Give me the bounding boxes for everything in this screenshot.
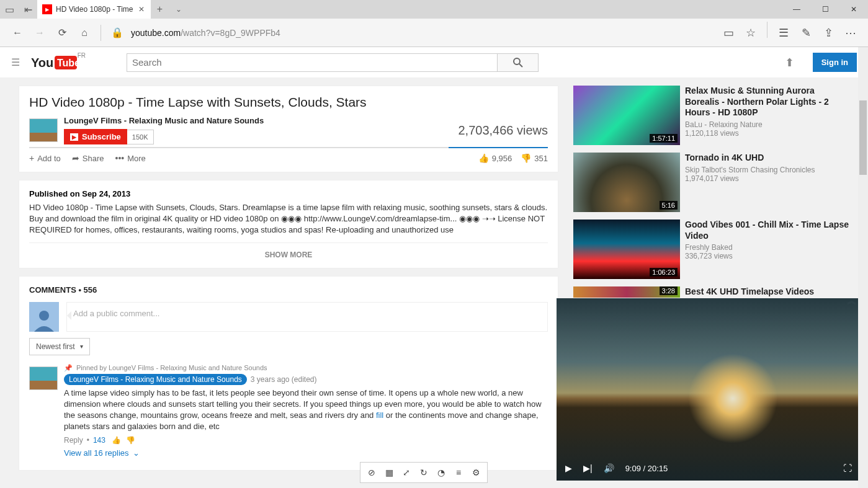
upload-icon[interactable]: ⬆: [785, 56, 794, 69]
search-bar: [127, 53, 539, 72]
share-button[interactable]: ➦Share: [72, 153, 104, 163]
set-aside-icon[interactable]: ⇤: [19, 0, 37, 19]
svg-text:You: You: [31, 56, 53, 69]
video-title: HD Video 1080p - Time Lapse with Sunsets…: [29, 95, 548, 110]
speed-icon[interactable]: ◔: [432, 465, 450, 480]
forward-button: →: [29, 22, 51, 44]
mini-player[interactable]: ︽ ▶ ▶| 🔊 9:09 / 20:15 ⛶: [557, 298, 861, 481]
video-frame: [557, 298, 861, 481]
comment-dislike-icon[interactable]: 👎: [126, 436, 135, 445]
rec-title: Relax Music & Stunning Aurora Borealis -…: [685, 86, 849, 118]
add-to-button[interactable]: +Add to: [29, 153, 61, 163]
more-actions-button[interactable]: •••More: [115, 153, 145, 163]
gear-icon[interactable]: ⚙: [467, 465, 485, 480]
plus-icon: +: [29, 153, 34, 163]
block-icon[interactable]: ⊘: [363, 465, 380, 480]
new-tab-button[interactable]: +: [151, 4, 169, 15]
refresh-button[interactable]: ⟳: [51, 22, 73, 44]
recommendation-item[interactable]: 1:57:11 Relax Music & Stunning Aurora Bo…: [573, 86, 849, 145]
share-icon[interactable]: ⇪: [817, 22, 839, 44]
tabs-dropdown-icon[interactable]: ⌄: [169, 5, 188, 14]
recommendation-item[interactable]: 5:16 Tornado in 4K UHDSkip Talbot's Stor…: [573, 153, 849, 212]
comments-header: COMMENTS • 556: [29, 285, 548, 295]
scrollbar-thumb[interactable]: [859, 100, 867, 175]
reading-list-icon[interactable]: ☰: [772, 22, 795, 44]
share-arrow-icon: ➦: [72, 153, 79, 163]
player-time: 9:09 / 20:15: [625, 464, 668, 473]
show-more-button[interactable]: SHOW MORE: [29, 242, 548, 259]
dots-icon: •••: [115, 153, 124, 163]
svg-point-3: [514, 58, 520, 64]
pin-icon: 📌: [64, 364, 73, 371]
search-icon: [513, 58, 523, 68]
like-button[interactable]: 👍9,956: [478, 153, 512, 163]
film-icon[interactable]: ▦: [380, 465, 398, 480]
page-scrollbar[interactable]: [858, 47, 868, 488]
view-replies-button[interactable]: View all 16 replies: [64, 448, 548, 458]
browser-tab-active[interactable]: ▶ HD Video 1080p - Time ✕: [37, 0, 151, 19]
favorite-star-icon[interactable]: ☆: [740, 22, 762, 44]
window-maximize-button[interactable]: ☐: [811, 0, 839, 19]
reply-button[interactable]: Reply: [64, 436, 83, 445]
youtube-logo[interactable]: YouTube FR: [31, 53, 77, 72]
more-menu-icon[interactable]: ⋯: [839, 22, 862, 44]
search-input[interactable]: [127, 54, 497, 71]
hamburger-menu-icon[interactable]: ☰: [11, 56, 20, 68]
region-label: FR: [78, 52, 86, 59]
channel-name[interactable]: LoungeV Films - Relaxing Music and Natur…: [64, 116, 264, 125]
rec-title: Good Vibes 001 - Chill Mix - Time Lapse …: [685, 220, 849, 241]
like-ratio-bar: [29, 147, 548, 148]
pinned-label: 📌Pinned by LoungeV Films - Relaxing Musi…: [64, 364, 548, 372]
address-bar[interactable]: youtube.com/watch?v=8gD_9WPPFb4: [128, 28, 717, 38]
extension-toolbar: ⊘ ▦ ⤢ ↻ ◔ ≡ ⚙: [360, 462, 488, 483]
comment-author-badge[interactable]: LoungeV Films - Relaxing Music and Natur…: [64, 374, 247, 385]
svg-point-5: [39, 311, 49, 321]
view-count: 2,703,466 views: [458, 123, 548, 138]
comment-sort-dropdown[interactable]: Newest first: [29, 338, 90, 355]
subscriber-count: 150K: [127, 130, 154, 144]
loop-icon[interactable]: ↻: [415, 465, 432, 480]
svg-line-4: [519, 64, 522, 67]
rec-views: 1,120,118 views: [685, 129, 849, 138]
notes-icon[interactable]: ✎: [795, 22, 817, 44]
comment-input[interactable]: Add a public comment...: [66, 302, 548, 332]
rec-title: Best 4K UHD Timelapse Videos: [685, 286, 814, 298]
duration-badge: 5:16: [660, 201, 678, 210]
rec-channel: BaLu - Relaxing Nature: [685, 120, 849, 129]
volume-icon[interactable]: 🔊: [604, 463, 614, 473]
thumb-down-icon: 👎: [521, 153, 531, 163]
lock-icon[interactable]: 🔒: [106, 22, 128, 44]
rec-views: 1,974,017 views: [685, 174, 815, 183]
duration-badge: 1:57:11: [650, 134, 678, 143]
tabs-overview-icon[interactable]: ▭: [0, 0, 19, 19]
window-minimize-button[interactable]: —: [782, 0, 811, 19]
separator: [767, 22, 767, 38]
play-button[interactable]: ▶: [565, 463, 572, 473]
comment-like-icon[interactable]: 👍: [112, 436, 121, 445]
recommendation-item[interactable]: 1:06:23 Good Vibes 001 - Chill Mix - Tim…: [573, 220, 849, 279]
tab-close-icon[interactable]: ✕: [138, 5, 145, 14]
window-close-button[interactable]: ✕: [839, 0, 868, 19]
user-avatar: [29, 302, 59, 332]
publish-date: Published on Sep 24, 2013: [29, 189, 548, 198]
subscribe-button[interactable]: Subscribe: [64, 129, 127, 144]
fullscreen-button[interactable]: ⛶: [843, 463, 852, 473]
comment-time: 3 years ago (edited): [251, 375, 317, 384]
dislike-button[interactable]: 👎351: [521, 153, 548, 163]
home-button[interactable]: ⌂: [73, 22, 96, 44]
commenter-avatar[interactable]: [29, 366, 58, 390]
signin-button[interactable]: Sign in: [813, 53, 857, 72]
sliders-icon[interactable]: ≡: [450, 465, 467, 480]
rec-channel: Skip Talbot's Storm Chasing Chronicles: [685, 166, 815, 174]
recommendation-item[interactable]: 3:28 Best 4K UHD Timelapse Videos: [573, 286, 849, 298]
search-button[interactable]: [497, 54, 538, 71]
expand-icon[interactable]: ⤢: [398, 465, 415, 480]
comment-text: A time lapse video simply has to be fast…: [64, 388, 548, 433]
channel-avatar[interactable]: [29, 118, 58, 142]
youtube-favicon-icon: ▶: [42, 4, 52, 14]
reply-count: 143: [93, 436, 105, 445]
back-button[interactable]: ←: [6, 22, 29, 44]
reading-view-icon[interactable]: ▭: [717, 22, 740, 44]
description-text: HD Video 1080p - Time Lapse with Sunsets…: [29, 202, 548, 236]
next-button[interactable]: ▶|: [583, 463, 593, 473]
